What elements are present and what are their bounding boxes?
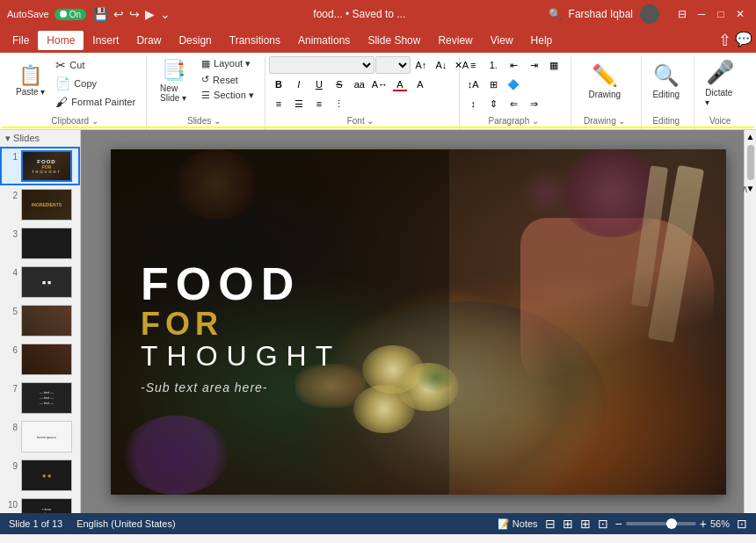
para-spacing-btn[interactable]: ⇕	[483, 95, 503, 112]
slide-thumb-8[interactable]: 8 lorem ipsum	[0, 417, 80, 456]
slide-thumb-6[interactable]: 6	[0, 340, 80, 379]
justify-btn[interactable]: ⋮	[330, 95, 349, 112]
zoom-out-btn[interactable]: −	[615, 517, 622, 531]
line-spacing-btn[interactable]: ↕	[463, 95, 483, 112]
align-left-btn[interactable]: ≡	[269, 95, 288, 112]
notes-btn[interactable]: 📝 Notes	[498, 518, 538, 530]
font-family-select[interactable]	[269, 56, 374, 74]
indent-less-btn[interactable]: ⇤	[504, 56, 523, 74]
menu-design[interactable]: Design	[170, 31, 220, 50]
format-painter-button[interactable]: 🖌Format Painter	[52, 93, 139, 111]
bold-btn[interactable]: B	[269, 76, 288, 93]
present-icon[interactable]: ▶	[145, 7, 155, 21]
avatar	[640, 4, 659, 24]
slide-thumb-2[interactable]: 2 INGREDIENTS	[0, 185, 80, 224]
align-text-btn[interactable]: ⊞	[483, 76, 503, 93]
align-center-btn[interactable]: ☰	[289, 95, 309, 112]
scroll-thumb[interactable]	[747, 145, 754, 180]
drawing-button[interactable]: ✏️ Drawing	[583, 56, 626, 105]
slide-thumb-3[interactable]: 3	[0, 224, 80, 263]
underline-btn[interactable]: U	[309, 76, 329, 93]
title-bar-right: 🔍 Farshad Iqbal ⊟ ─ □ ✕	[549, 4, 749, 24]
numbering-btn[interactable]: 1.	[483, 56, 503, 74]
layout-button[interactable]: ▦Layout ▾	[198, 56, 258, 71]
normal-view-btn[interactable]: ⊟	[545, 517, 556, 531]
menu-bar: File Home Insert Draw Design Transitions…	[0, 28, 756, 53]
font-color-btn[interactable]: A	[390, 76, 410, 93]
convert-smartart-btn[interactable]: 🔷	[504, 76, 523, 93]
undo-icon[interactable]: ↩	[113, 7, 124, 21]
outline-view-btn[interactable]: ⊞	[563, 517, 573, 531]
search-icon[interactable]: 🔍	[549, 8, 562, 20]
rtl-btn[interactable]: ⇐	[504, 95, 523, 112]
new-slide-button[interactable]: 📑 NewSlide ▾	[150, 56, 196, 105]
strikethrough-btn[interactable]: S	[330, 76, 349, 93]
slide-thumb-1[interactable]: 1 FOOD FOR THOUGHT	[0, 147, 80, 185]
menu-insert[interactable]: Insert	[84, 31, 127, 50]
format-painter-icon: 🖌	[55, 95, 68, 109]
menu-home[interactable]: Home	[38, 31, 84, 50]
slide-text-area[interactable]: FOOD FOR THOUGHT -Sub text area here-	[123, 252, 462, 403]
fit-slide-btn[interactable]: ⊡	[737, 517, 747, 531]
char-spacing-btn[interactable]: A↔	[370, 76, 389, 93]
cut-button[interactable]: ✂Cut	[52, 56, 139, 74]
slide-thumb-10[interactable]: 10 • item• item• item	[0, 495, 80, 513]
menu-animations[interactable]: Animations	[289, 31, 359, 50]
ribbon-display-btn[interactable]: ⊟	[673, 5, 691, 23]
bullets-btn[interactable]: ≡	[463, 56, 483, 74]
italic-btn[interactable]: I	[289, 76, 309, 93]
slide-preview-6	[21, 344, 72, 375]
menu-draw[interactable]: Draw	[127, 31, 170, 50]
slide-title-food: FOOD	[141, 261, 444, 307]
paste-button[interactable]: 📋 Paste ▾	[11, 56, 50, 105]
text-shadow-btn[interactable]: aa	[350, 76, 369, 93]
increase-font-btn[interactable]: A↑	[411, 56, 431, 74]
share-icon[interactable]: ⇧	[718, 31, 731, 50]
ribbon-group-clipboard: 📋 Paste ▾ ✂Cut 📄Copy 🖌Format Painter Cli…	[7, 56, 147, 129]
presenter-view-btn[interactable]: ⊡	[598, 517, 608, 531]
slide-thumb-7[interactable]: 7 — text —— text —— text —	[0, 379, 80, 417]
slide-thumb-4[interactable]: 4 ◼ ◼	[0, 263, 80, 301]
highlight-btn[interactable]: A	[411, 76, 430, 93]
ribbon-group-slides: 📑 NewSlide ▾ ▦Layout ▾ ↺Reset ☰Section ▾…	[147, 56, 265, 129]
zoom-slider[interactable]	[626, 522, 696, 525]
editing-button[interactable]: 🔍 Editing	[647, 56, 685, 105]
autosave-label: AutoSave	[7, 9, 49, 19]
customize-icon[interactable]: ⌄	[160, 7, 171, 21]
menu-help[interactable]: Help	[522, 31, 562, 50]
copy-button[interactable]: 📄Copy	[52, 75, 139, 92]
reset-button[interactable]: ↺Reset	[198, 72, 258, 87]
font-size-select[interactable]	[375, 56, 411, 74]
dictate-button[interactable]: 🎤 Dictate ▾	[698, 56, 742, 110]
collapse-ribbon-btn[interactable]: ∧	[741, 183, 749, 195]
section-button[interactable]: ☰Section ▾	[198, 88, 258, 103]
menu-transitions[interactable]: Transitions	[221, 31, 289, 50]
decrease-font-btn[interactable]: A↓	[432, 56, 451, 74]
zoom-in-btn[interactable]: +	[700, 517, 707, 531]
language[interactable]: English (United States)	[76, 518, 176, 529]
slide-canvas[interactable]: FOOD FOR THOUGHT -Sub text area here-	[111, 149, 726, 495]
text-direction-btn[interactable]: ↕A	[463, 76, 483, 93]
menu-slideshow[interactable]: Slide Show	[359, 31, 429, 50]
redo-icon[interactable]: ↪	[129, 7, 140, 21]
slide-thumb-9[interactable]: 9 ◉ ◉	[0, 456, 80, 495]
maximize-btn[interactable]: □	[712, 5, 730, 23]
save-icon[interactable]: 💾	[93, 7, 108, 21]
minimize-btn[interactable]: ─	[693, 5, 710, 23]
section-icon: ☰	[201, 90, 210, 101]
slide-thumb-5[interactable]: 5	[0, 301, 80, 340]
align-right-btn[interactable]: ≡	[309, 95, 329, 112]
menu-review[interactable]: Review	[429, 31, 481, 50]
slide-sorter-btn[interactable]: ⊞	[580, 517, 591, 531]
notes-icon: 📝	[498, 518, 510, 530]
comment-icon[interactable]: 💬	[735, 31, 752, 50]
menu-file[interactable]: File	[4, 31, 38, 50]
menu-view[interactable]: View	[482, 31, 522, 50]
scroll-up-btn[interactable]: ▲	[745, 130, 756, 143]
columns-btn[interactable]: ▦	[544, 56, 563, 74]
autosave-toggle[interactable]: On	[55, 9, 86, 20]
editing-icon: 🔍	[653, 63, 680, 88]
close-btn[interactable]: ✕	[731, 5, 749, 23]
indent-more-btn[interactable]: ⇥	[524, 56, 543, 74]
ltr-btn[interactable]: ⇒	[524, 95, 543, 112]
